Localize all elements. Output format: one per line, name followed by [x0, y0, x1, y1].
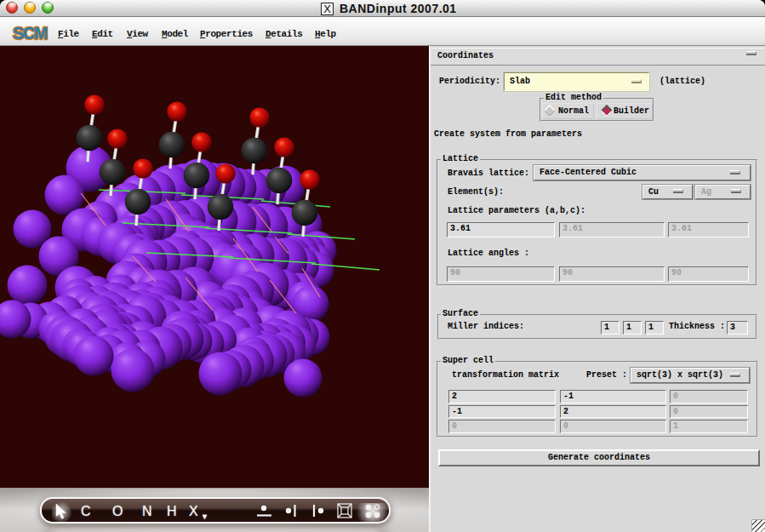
svg-text:SCM: SCM [13, 25, 48, 43]
